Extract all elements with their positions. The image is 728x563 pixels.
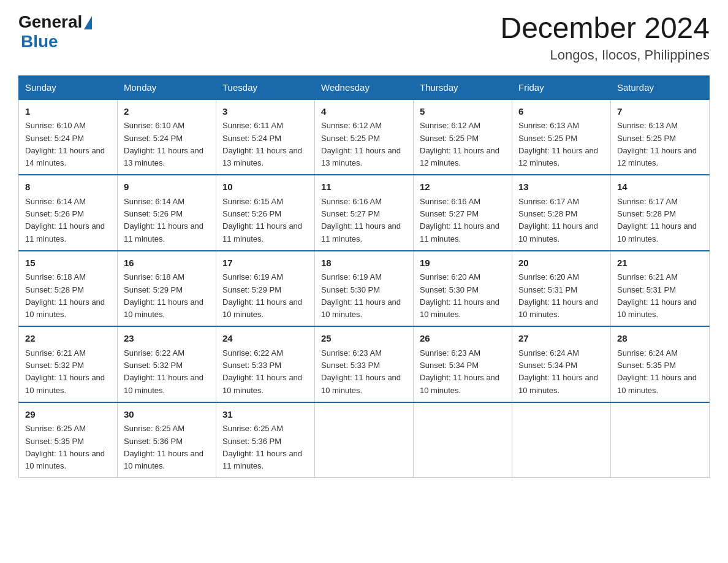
day-number: 21 [617, 256, 703, 270]
day-info: Sunrise: 6:10 AMSunset: 5:24 PMDaylight:… [25, 121, 105, 167]
day-number: 12 [420, 180, 506, 194]
calendar-cell: 15Sunrise: 6:18 AMSunset: 5:28 PMDayligh… [19, 251, 118, 327]
day-info: Sunrise: 6:23 AMSunset: 5:34 PMDaylight:… [420, 348, 499, 395]
calendar-cell: 10Sunrise: 6:15 AMSunset: 5:26 PMDayligh… [216, 175, 315, 251]
day-number: 10 [222, 180, 308, 194]
header-saturday: Saturday [611, 75, 710, 99]
day-number: 15 [25, 256, 111, 270]
calendar-header-row: SundayMondayTuesdayWednesdayThursdayFrid… [19, 75, 710, 99]
calendar-cell: 12Sunrise: 6:16 AMSunset: 5:27 PMDayligh… [414, 175, 512, 251]
calendar-cell [512, 402, 611, 478]
day-number: 23 [124, 332, 210, 346]
day-info: Sunrise: 6:23 AMSunset: 5:33 PMDaylight:… [321, 348, 401, 395]
day-info: Sunrise: 6:24 AMSunset: 5:34 PMDaylight:… [518, 348, 598, 395]
day-number: 14 [617, 180, 703, 194]
day-number: 26 [420, 332, 506, 346]
day-number: 28 [617, 332, 703, 346]
logo: General Blue [18, 12, 92, 52]
calendar-cell [611, 402, 710, 478]
day-info: Sunrise: 6:19 AMSunset: 5:30 PMDaylight:… [321, 272, 401, 319]
day-info: Sunrise: 6:11 AMSunset: 5:24 PMDaylight:… [222, 121, 302, 167]
calendar-cell [414, 402, 512, 478]
calendar-week-row: 1Sunrise: 6:10 AMSunset: 5:24 PMDaylight… [19, 99, 710, 175]
day-info: Sunrise: 6:12 AMSunset: 5:25 PMDaylight:… [321, 121, 401, 167]
calendar-cell: 7Sunrise: 6:13 AMSunset: 5:25 PMDaylight… [611, 99, 710, 175]
calendar-cell: 22Sunrise: 6:21 AMSunset: 5:32 PMDayligh… [19, 326, 118, 402]
day-number: 6 [518, 105, 604, 119]
day-number: 24 [222, 332, 308, 346]
calendar-cell: 2Sunrise: 6:10 AMSunset: 5:24 PMDaylight… [118, 99, 216, 175]
calendar-cell: 30Sunrise: 6:25 AMSunset: 5:36 PMDayligh… [118, 402, 216, 478]
day-number: 31 [222, 408, 308, 422]
day-number: 2 [124, 105, 210, 119]
calendar-cell: 5Sunrise: 6:12 AMSunset: 5:25 PMDaylight… [414, 99, 512, 175]
calendar-cell: 8Sunrise: 6:14 AMSunset: 5:26 PMDaylight… [19, 175, 118, 251]
calendar-cell: 27Sunrise: 6:24 AMSunset: 5:34 PMDayligh… [512, 326, 611, 402]
calendar-cell: 13Sunrise: 6:17 AMSunset: 5:28 PMDayligh… [512, 175, 611, 251]
day-info: Sunrise: 6:12 AMSunset: 5:25 PMDaylight:… [420, 121, 499, 167]
day-info: Sunrise: 6:18 AMSunset: 5:29 PMDaylight:… [124, 272, 203, 319]
day-number: 4 [321, 105, 407, 119]
day-number: 3 [222, 105, 308, 119]
page-header: General Blue December 2024 Longos, Iloco… [18, 12, 710, 63]
header-wednesday: Wednesday [315, 75, 414, 99]
day-info: Sunrise: 6:18 AMSunset: 5:28 PMDaylight:… [25, 272, 105, 319]
day-info: Sunrise: 6:13 AMSunset: 5:25 PMDaylight:… [518, 121, 598, 167]
title-area: December 2024 Longos, Ilocos, Philippine… [500, 12, 710, 63]
calendar-cell: 31Sunrise: 6:25 AMSunset: 5:36 PMDayligh… [216, 402, 315, 478]
calendar-cell: 17Sunrise: 6:19 AMSunset: 5:29 PMDayligh… [216, 251, 315, 327]
day-info: Sunrise: 6:19 AMSunset: 5:29 PMDaylight:… [222, 272, 302, 319]
day-info: Sunrise: 6:17 AMSunset: 5:28 PMDaylight:… [518, 197, 598, 243]
calendar-cell: 26Sunrise: 6:23 AMSunset: 5:34 PMDayligh… [414, 326, 512, 402]
calendar-cell: 16Sunrise: 6:18 AMSunset: 5:29 PMDayligh… [118, 251, 216, 327]
calendar-week-row: 8Sunrise: 6:14 AMSunset: 5:26 PMDaylight… [19, 175, 710, 251]
day-info: Sunrise: 6:25 AMSunset: 5:36 PMDaylight:… [124, 424, 203, 470]
day-number: 13 [518, 180, 604, 194]
day-info: Sunrise: 6:24 AMSunset: 5:35 PMDaylight:… [617, 348, 697, 395]
logo-triangle-icon [84, 16, 92, 29]
day-number: 9 [124, 180, 210, 194]
day-number: 8 [25, 180, 111, 194]
day-info: Sunrise: 6:14 AMSunset: 5:26 PMDaylight:… [124, 197, 203, 243]
calendar-cell: 24Sunrise: 6:22 AMSunset: 5:33 PMDayligh… [216, 326, 315, 402]
day-number: 27 [518, 332, 604, 346]
day-number: 22 [25, 332, 111, 346]
day-info: Sunrise: 6:15 AMSunset: 5:26 PMDaylight:… [222, 197, 302, 243]
calendar-cell: 11Sunrise: 6:16 AMSunset: 5:27 PMDayligh… [315, 175, 414, 251]
calendar-cell: 19Sunrise: 6:20 AMSunset: 5:30 PMDayligh… [414, 251, 512, 327]
header-sunday: Sunday [19, 75, 118, 99]
day-info: Sunrise: 6:13 AMSunset: 5:25 PMDaylight:… [617, 121, 697, 167]
day-info: Sunrise: 6:20 AMSunset: 5:30 PMDaylight:… [420, 272, 499, 319]
day-number: 16 [124, 256, 210, 270]
day-info: Sunrise: 6:22 AMSunset: 5:32 PMDaylight:… [124, 348, 203, 395]
day-info: Sunrise: 6:14 AMSunset: 5:26 PMDaylight:… [25, 197, 105, 243]
day-info: Sunrise: 6:10 AMSunset: 5:24 PMDaylight:… [124, 121, 203, 167]
day-info: Sunrise: 6:20 AMSunset: 5:31 PMDaylight:… [518, 272, 598, 319]
calendar-cell: 28Sunrise: 6:24 AMSunset: 5:35 PMDayligh… [611, 326, 710, 402]
day-number: 19 [420, 256, 506, 270]
header-thursday: Thursday [414, 75, 512, 99]
day-number: 18 [321, 256, 407, 270]
header-monday: Monday [118, 75, 216, 99]
calendar-cell: 20Sunrise: 6:20 AMSunset: 5:31 PMDayligh… [512, 251, 611, 327]
calendar-cell: 1Sunrise: 6:10 AMSunset: 5:24 PMDaylight… [19, 99, 118, 175]
day-number: 17 [222, 256, 308, 270]
day-info: Sunrise: 6:25 AMSunset: 5:36 PMDaylight:… [222, 424, 302, 470]
calendar-cell: 25Sunrise: 6:23 AMSunset: 5:33 PMDayligh… [315, 326, 414, 402]
calendar-title: December 2024 [500, 12, 710, 45]
day-number: 7 [617, 105, 703, 119]
calendar-cell: 21Sunrise: 6:21 AMSunset: 5:31 PMDayligh… [611, 251, 710, 327]
calendar-cell: 29Sunrise: 6:25 AMSunset: 5:35 PMDayligh… [19, 402, 118, 478]
calendar-cell: 23Sunrise: 6:22 AMSunset: 5:32 PMDayligh… [118, 326, 216, 402]
calendar-week-row: 22Sunrise: 6:21 AMSunset: 5:32 PMDayligh… [19, 326, 710, 402]
calendar-cell: 18Sunrise: 6:19 AMSunset: 5:30 PMDayligh… [315, 251, 414, 327]
calendar-cell: 14Sunrise: 6:17 AMSunset: 5:28 PMDayligh… [611, 175, 710, 251]
calendar-cell: 4Sunrise: 6:12 AMSunset: 5:25 PMDaylight… [315, 99, 414, 175]
calendar-cell: 9Sunrise: 6:14 AMSunset: 5:26 PMDaylight… [118, 175, 216, 251]
day-number: 25 [321, 332, 407, 346]
header-friday: Friday [512, 75, 611, 99]
calendar-week-row: 15Sunrise: 6:18 AMSunset: 5:28 PMDayligh… [19, 251, 710, 327]
header-tuesday: Tuesday [216, 75, 315, 99]
day-info: Sunrise: 6:22 AMSunset: 5:33 PMDaylight:… [222, 348, 302, 395]
calendar-cell [315, 402, 414, 478]
